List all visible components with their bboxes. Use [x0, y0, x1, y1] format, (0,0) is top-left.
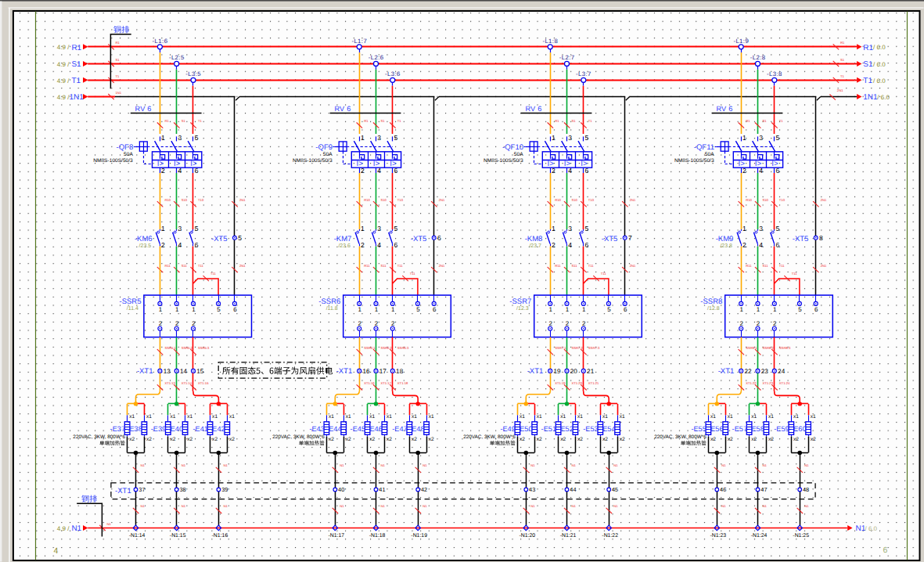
svg-text:-XT5: -XT5 [411, 235, 427, 243]
svg-text:x1: x1 [412, 414, 417, 420]
svg-text:x2: x2 [728, 437, 733, 442]
svg-text:T1: T1 [397, 119, 402, 123]
svg-text:-XT5: -XT5 [211, 235, 228, 243]
svg-text:x2: x2 [560, 437, 566, 442]
svg-text:/12.3: /12.3 [516, 305, 529, 312]
svg-text:220VAC, 3KW, 800W*6: 220VAC, 3KW, 800W*6 [654, 434, 706, 440]
svg-text:N1: N1 [182, 504, 186, 508]
svg-text:-SSR5: -SSR5 [120, 297, 142, 306]
svg-text:1: 1 [548, 306, 552, 313]
svg-text:N1: N1 [141, 504, 146, 508]
svg-text:-E40: -E40 [168, 425, 183, 433]
svg-text:T11: T11 [779, 264, 786, 268]
svg-text:-N1:18: -N1:18 [369, 533, 386, 539]
svg-text:-L2:8: -L2:8 [750, 54, 766, 61]
svg-text:XT1:18: XT1:18 [397, 381, 408, 385]
svg-text:-N1:23: -N1:23 [710, 533, 726, 539]
svg-text:R1: R1 [555, 119, 559, 123]
svg-text:S1: S1 [116, 58, 120, 62]
svg-text:N1: N1 [71, 524, 81, 533]
svg-text:N1: N1 [804, 463, 809, 467]
svg-text:SSR5:1: SSR5:1 [164, 346, 176, 350]
svg-text:S1: S1 [71, 60, 81, 69]
svg-text:4.9 /: 4.9 / [57, 94, 70, 101]
svg-text:NM8S-100S/50/3: NM8S-100S/50/3 [674, 158, 714, 164]
svg-text:R1: R1 [364, 119, 369, 123]
svg-text:4: 4 [568, 241, 572, 249]
svg-text:-E37: -E37 [110, 425, 125, 433]
svg-text:50A: 50A [514, 152, 523, 157]
svg-text:N1: N1 [613, 463, 618, 467]
svg-text:SSR7:1: SSR7:1 [555, 346, 566, 350]
svg-text:1N1: 1N1 [863, 93, 878, 102]
svg-text:1: 1 [739, 306, 743, 313]
svg-text:-N1:24: -N1:24 [751, 533, 768, 539]
svg-text:x1: x1 [602, 414, 608, 420]
svg-text:-XT5: -XT5 [793, 235, 809, 243]
svg-text:I>: I> [373, 160, 380, 168]
svg-text:I>: I> [581, 160, 588, 168]
svg-text:SSR8:2: SSR8:2 [763, 346, 775, 350]
svg-text:x1: x1 [793, 414, 799, 420]
svg-text:5: 5 [217, 306, 221, 313]
svg-text:x1: x1 [146, 414, 152, 420]
svg-text:S10: S10 [182, 198, 188, 202]
svg-text:-SSR8: -SSR8 [700, 297, 722, 306]
svg-text:6: 6 [433, 306, 437, 313]
svg-text:XT1:13: XT1:13 [164, 381, 175, 385]
svg-text:x2: x2 [386, 437, 392, 442]
svg-text:-N1:17: -N1:17 [328, 533, 344, 539]
svg-text:6: 6 [233, 306, 237, 313]
svg-text:XT1:17: XT1:17 [381, 381, 392, 385]
svg-text:T1: T1 [863, 77, 872, 85]
svg-text:R1: R1 [116, 41, 120, 45]
svg-text:S1: S1 [840, 58, 845, 62]
svg-text:-E58: -E58 [749, 425, 764, 433]
svg-text:-N1:25: -N1:25 [793, 533, 809, 539]
svg-text:-KM6: -KM6 [135, 235, 153, 243]
svg-text:x2: x2 [620, 437, 625, 442]
svg-text:XT1:16: XT1:16 [364, 381, 375, 385]
svg-text:N1: N1 [223, 463, 228, 467]
svg-text:-L3:6: -L3:6 [385, 70, 401, 77]
svg-text:R11: R11 [164, 264, 171, 268]
svg-text:20: 20 [570, 368, 578, 375]
svg-text:1: 1 [742, 225, 746, 232]
svg-text:5: 5 [195, 225, 199, 232]
svg-text:47: 47 [760, 486, 767, 493]
svg-text:-E56: -E56 [708, 425, 723, 433]
svg-text:46: 46 [720, 486, 726, 493]
svg-text:/23.7: /23.7 [529, 243, 541, 249]
svg-text:220VAC, 3KW, 800W*6: 220VAC, 3KW, 800W*6 [73, 434, 125, 440]
svg-text:6: 6 [195, 241, 199, 249]
svg-text:3: 3 [568, 225, 572, 232]
svg-text:T11: T11 [601, 272, 607, 276]
svg-text:I>: I> [174, 160, 181, 168]
svg-text:S11: S11 [572, 264, 578, 268]
svg-text:XT1:24: XT1:24 [779, 381, 790, 385]
svg-text:NM8S-100S/50/3: NM8S-100S/50/3 [293, 158, 333, 164]
svg-text:R11: R11 [555, 264, 561, 268]
svg-text:23: 23 [761, 368, 769, 375]
svg-text:SSR7:3: SSR7:3 [588, 346, 600, 350]
svg-text:N1: N1 [763, 504, 768, 508]
svg-text:RV 6: RV 6 [716, 105, 732, 113]
svg-text:2: 2 [742, 241, 746, 249]
svg-text:2N1: 2N1 [821, 198, 827, 202]
svg-text:N1: N1 [182, 463, 186, 467]
svg-text:N1: N1 [107, 522, 112, 526]
svg-text:1: 1 [742, 134, 746, 142]
svg-text:-N1:16: -N1:16 [212, 533, 228, 539]
svg-text:1N1: 1N1 [116, 91, 122, 95]
svg-text:x2: x2 [229, 437, 235, 442]
svg-text:T1: T1 [71, 77, 81, 85]
svg-text:T11: T11 [198, 264, 204, 268]
svg-text:24: 24 [778, 368, 786, 375]
svg-text:2: 2 [361, 241, 365, 249]
svg-text:-XT1: -XT1 [718, 367, 735, 376]
svg-text:1: 1 [552, 225, 555, 232]
svg-text:N1: N1 [530, 504, 535, 508]
svg-text:-E39: -E39 [151, 425, 166, 433]
svg-text:x1: x1 [229, 414, 235, 420]
svg-text:-E51: -E51 [541, 425, 556, 433]
